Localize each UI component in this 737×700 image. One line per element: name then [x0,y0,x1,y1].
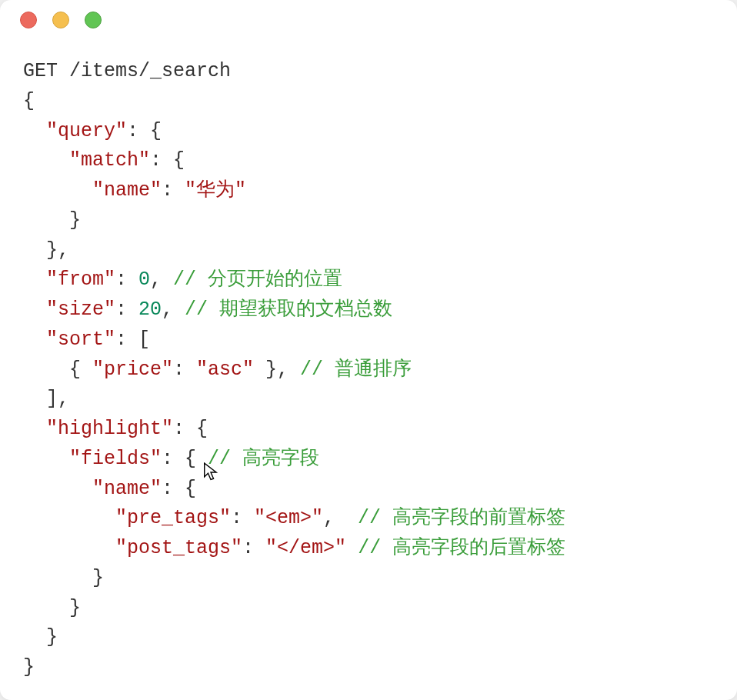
request-line: GET /items/_search [23,60,231,82]
value-em-open: "<em>" [254,507,323,529]
comment-sort: // 普通排序 [300,358,412,381]
comment-post-tags: // 高亮字段的后置标签 [358,537,565,559]
key-sort: "sort" [46,328,115,351]
comment-fields: // 高亮字段 [208,448,319,470]
key-name-2: "name" [92,478,162,500]
value-size: 20 [138,298,162,321]
key-post-tags: "post_tags" [115,537,242,559]
key-size: "size" [46,298,115,321]
value-asc: "asc" [196,358,254,381]
comment-size: // 期望获取的文档总数 [185,298,392,321]
window-titlebar [0,0,737,40]
key-pre-tags: "pre_tags" [115,507,231,529]
value-name: "华为" [185,179,246,202]
close-icon[interactable] [20,12,37,28]
code-content: GET /items/_search { "query": { "match":… [0,40,737,700]
minimize-icon[interactable] [52,12,69,28]
value-em-close: "</em>" [265,537,346,559]
key-query: "query" [46,120,127,142]
key-name: "name" [92,179,162,202]
key-match: "match" [69,149,150,172]
code-window: GET /items/_search { "query": { "match":… [0,0,737,700]
comment-pre-tags: // 高亮字段的前置标签 [358,507,565,529]
brace-open: { [23,90,35,112]
brace-close: } [23,656,35,678]
comment-from: // 分页开始的位置 [173,268,342,291]
maximize-icon[interactable] [85,12,102,28]
key-highlight: "highlight" [46,418,173,440]
value-from: 0 [138,268,150,291]
key-fields: "fields" [69,448,162,470]
key-price: "price" [92,358,173,381]
key-from: "from" [46,268,115,291]
